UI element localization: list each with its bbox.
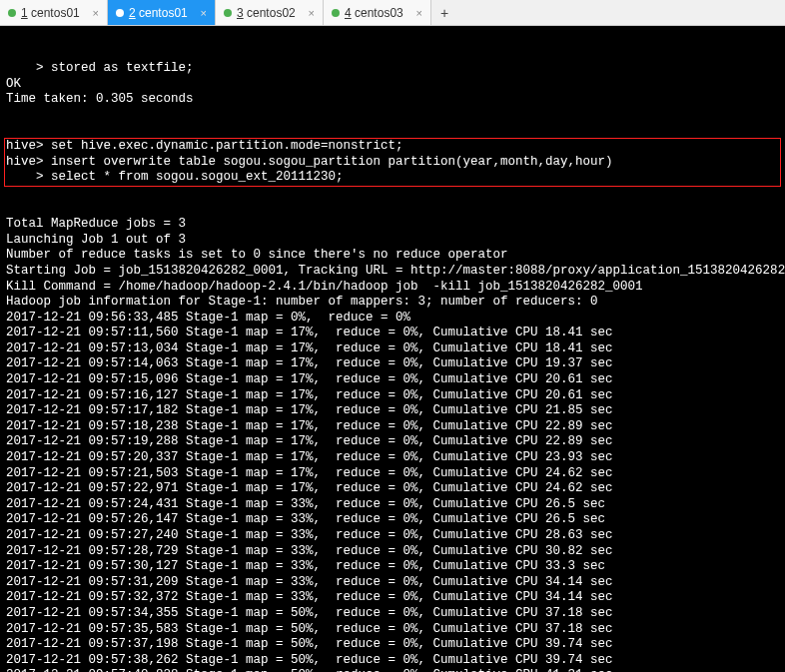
terminal-line: hive> set hive.exec.dynamic.partition.mo…	[6, 139, 779, 155]
tab-label: 4 centos03	[345, 6, 403, 20]
terminal-post-box: Total MapReduce jobs = 3Launching Job 1 …	[6, 217, 779, 672]
terminal-line: 2017-12-21 09:57:18,238 Stage-1 map = 17…	[6, 419, 779, 435]
tab-label: 2 centos01	[129, 6, 188, 20]
connection-status-icon	[224, 9, 232, 17]
terminal-line: 2017-12-21 09:57:15,096 Stage-1 map = 17…	[6, 372, 779, 388]
tab-3-centos02[interactable]: 3 centos02×	[216, 0, 324, 25]
tab-4-centos03[interactable]: 4 centos03×	[324, 0, 431, 25]
terminal-pre-box: > stored as textfile;OKTime taken: 0.305…	[6, 61, 779, 108]
terminal-line: 2017-12-21 09:57:38,262 Stage-1 map = 50…	[6, 653, 779, 669]
close-icon[interactable]: ×	[201, 7, 207, 19]
terminal-line: 2017-12-21 09:57:30,127 Stage-1 map = 33…	[6, 559, 779, 575]
terminal-line: 2017-12-21 09:57:32,372 Stage-1 map = 33…	[6, 590, 779, 606]
terminal-line: hive> insert overwrite table sogou.sogou…	[6, 155, 779, 171]
terminal-line: Total MapReduce jobs = 3	[6, 217, 779, 233]
tab-1-centos01[interactable]: 1 centos01×	[0, 0, 108, 25]
terminal-line: 2017-12-21 09:57:16,127 Stage-1 map = 17…	[6, 388, 779, 404]
terminal-line: 2017-12-21 09:57:28,729 Stage-1 map = 33…	[6, 544, 779, 560]
terminal-line: 2017-12-21 09:57:37,198 Stage-1 map = 50…	[6, 637, 779, 653]
terminal-line: > stored as textfile;	[6, 61, 779, 77]
terminal-line: 2017-12-21 09:57:22,971 Stage-1 map = 17…	[6, 481, 779, 497]
close-icon[interactable]: ×	[416, 7, 422, 19]
close-icon[interactable]: ×	[93, 7, 99, 19]
terminal-line: 2017-12-21 09:56:33,485 Stage-1 map = 0%…	[6, 311, 779, 327]
terminal-line: > select * from sogou.sogou_ext_20111230…	[6, 170, 779, 186]
terminal-line: 2017-12-21 09:57:27,240 Stage-1 map = 33…	[6, 528, 779, 544]
terminal-line: Starting Job = job_1513820426282_0001, T…	[6, 264, 779, 280]
tab-bar: 1 centos01×2 centos01×3 centos02×4 cento…	[0, 0, 785, 26]
terminal-line: Launching Job 1 out of 3	[6, 233, 779, 249]
connection-status-icon	[116, 9, 124, 17]
terminal-line: 2017-12-21 09:57:34,355 Stage-1 map = 50…	[6, 606, 779, 622]
terminal-line: Hadoop job information for Stage-1: numb…	[6, 295, 779, 311]
terminal-line: 2017-12-21 09:57:21,503 Stage-1 map = 17…	[6, 466, 779, 482]
tab-label: 1 centos01	[21, 6, 80, 20]
highlighted-commands: hive> set hive.exec.dynamic.partition.mo…	[4, 138, 781, 187]
terminal-line: 2017-12-21 09:57:40,828 Stage-1 map = 50…	[6, 668, 779, 672]
terminal-line: 2017-12-21 09:57:35,583 Stage-1 map = 50…	[6, 622, 779, 638]
tab-2-centos01[interactable]: 2 centos01×	[108, 0, 216, 25]
terminal-line: Time taken: 0.305 seconds	[6, 92, 779, 108]
terminal-line: 2017-12-21 09:57:26,147 Stage-1 map = 33…	[6, 512, 779, 528]
terminal-line: Number of reduce tasks is set to 0 since…	[6, 248, 779, 264]
terminal-line: 2017-12-21 09:57:31,209 Stage-1 map = 33…	[6, 575, 779, 591]
terminal-line: 2017-12-21 09:57:17,182 Stage-1 map = 17…	[6, 403, 779, 419]
tab-label: 3 centos02	[237, 6, 296, 20]
terminal-line: 2017-12-21 09:57:13,034 Stage-1 map = 17…	[6, 341, 779, 357]
connection-status-icon	[332, 9, 340, 17]
terminal-line: Kill Command = /home/hadoop/hadoop-2.4.1…	[6, 280, 779, 296]
terminal-line: 2017-12-21 09:57:11,560 Stage-1 map = 17…	[6, 326, 779, 341]
terminal-line: 2017-12-21 09:57:19,288 Stage-1 map = 17…	[6, 434, 779, 450]
add-tab-button[interactable]: +	[431, 0, 457, 25]
terminal-line: OK	[6, 77, 779, 93]
connection-status-icon	[8, 9, 16, 17]
close-icon[interactable]: ×	[309, 7, 315, 19]
terminal-line: 2017-12-21 09:57:14,063 Stage-1 map = 17…	[6, 356, 779, 372]
terminal-line: 2017-12-21 09:57:24,431 Stage-1 map = 33…	[6, 497, 779, 513]
terminal-line: 2017-12-21 09:57:20,337 Stage-1 map = 17…	[6, 450, 779, 466]
terminal-output: > stored as textfile;OKTime taken: 0.305…	[0, 26, 785, 672]
